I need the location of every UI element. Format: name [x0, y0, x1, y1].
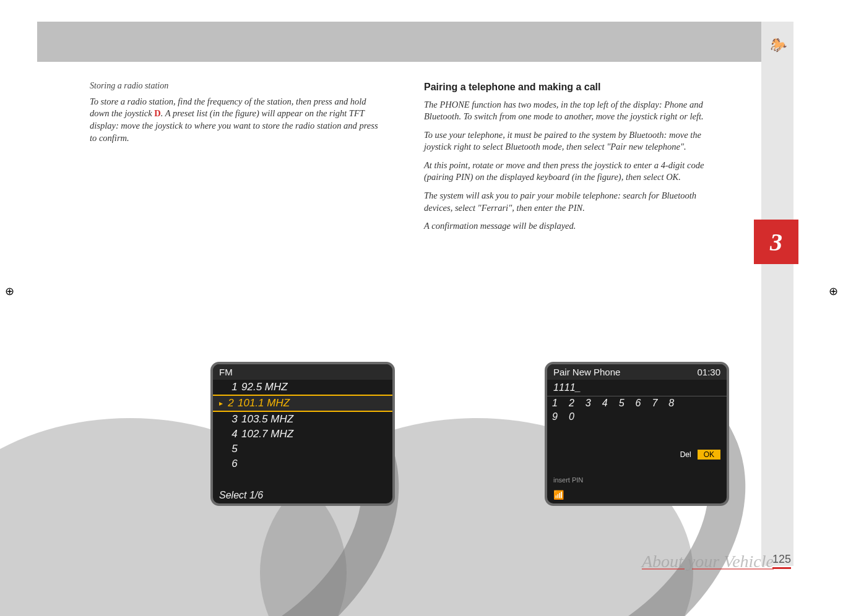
page-number: 125 — [772, 553, 791, 569]
keypad-key[interactable]: 7 — [652, 398, 657, 409]
crop-mark-icon: ⊕ — [829, 284, 838, 298]
preset-row[interactable]: 1 92.5 MHZ — [213, 380, 392, 395]
right-margin-strip — [761, 22, 793, 566]
insert-pin-hint: insert PIN — [553, 476, 583, 484]
keypad-row-1: 12345678 — [547, 396, 727, 410]
keypad-key[interactable]: 2 — [569, 398, 574, 409]
keypad-key[interactable]: 9 — [552, 411, 558, 422]
footer-watermark: About your Vehicle — [642, 552, 774, 571]
header-bar — [37, 22, 761, 62]
ferrari-logo-icon: 🐎 — [769, 37, 786, 53]
radio-preset-display: FM 1 92.5 MHZ2 101.1 MHZ3 103.5 MHZ4 102… — [210, 362, 395, 506]
text: FM — [219, 367, 233, 377]
preset-list: 1 92.5 MHZ2 101.1 MHZ3 103.5 MHZ4 102.7 … — [213, 380, 392, 471]
preset-freq: 103.5 MHZ — [241, 413, 293, 426]
preset-row[interactable]: 6 — [213, 456, 392, 471]
preset-num: 1 — [228, 381, 241, 393]
preset-freq: 92.5 MHZ — [241, 381, 288, 393]
preset-row[interactable]: 3 103.5 MHZ — [213, 412, 392, 427]
right-p4: The system will ask you to pair your mob… — [424, 190, 721, 214]
preset-num: 5 — [228, 443, 241, 455]
pair-phone-title-bar: Pair New Phone 01:30 — [547, 364, 727, 380]
right-heading: Pairing a telephone and making a call — [424, 80, 721, 94]
preset-num: 6 — [228, 458, 241, 470]
radio-band-title: FM — [213, 364, 392, 380]
keypad-key[interactable]: 5 — [619, 398, 625, 409]
preset-num: 3 — [228, 413, 241, 426]
del-button[interactable]: Del — [680, 450, 691, 459]
keypad-key[interactable]: 8 — [668, 398, 674, 409]
preset-row[interactable]: 5 — [213, 442, 392, 456]
keypad-key[interactable]: 0 — [569, 411, 574, 422]
left-column: Storing a radio station To store a radio… — [90, 80, 387, 239]
keypad-row-2: 90 — [547, 410, 727, 424]
content-columns: Storing a radio station To store a radio… — [90, 80, 721, 239]
right-p5: A confirmation message will be displayed… — [424, 220, 721, 233]
left-heading: Storing a radio station — [90, 80, 387, 92]
preset-freq: 102.7 MHZ — [241, 428, 293, 440]
right-p1: The PHONE function has two modes, in the… — [424, 99, 721, 123]
keypad-key[interactable]: 1 — [552, 398, 558, 409]
section-number-badge: 3 — [754, 220, 798, 264]
pair-phone-display: Pair New Phone 01:30 1111_ 12345678 90 D… — [545, 362, 729, 506]
clock: 01:30 — [697, 367, 720, 377]
ok-button[interactable]: OK — [698, 450, 720, 460]
left-paragraph: To store a radio station, find the frequ… — [90, 96, 387, 144]
keypad-key[interactable]: 3 — [586, 398, 591, 409]
keypad-key[interactable]: 6 — [636, 398, 641, 409]
keypad-key[interactable]: 4 — [602, 398, 608, 409]
text: About your Vehicle — [642, 552, 774, 571]
signal-icon: 📶 — [553, 490, 564, 500]
crop-mark-icon: ⊕ — [5, 284, 16, 296]
preset-footer: Select 1/6 — [219, 490, 263, 501]
del-ok-row: Del OK — [680, 450, 720, 460]
pair-phone-title: Pair New Phone — [553, 367, 620, 377]
right-p3: At this point, rotate or move and then p… — [424, 160, 721, 184]
joystick-d-label: D — [154, 108, 160, 118]
pin-display: 1111_ — [547, 380, 727, 396]
preset-num: 2 — [224, 397, 238, 409]
preset-freq: 101.1 MHZ — [238, 397, 290, 409]
preset-row[interactable]: 4 102.7 MHZ — [213, 427, 392, 442]
preset-num: 4 — [228, 428, 241, 440]
right-column: Pairing a telephone and making a call Th… — [424, 80, 721, 239]
right-p2: To use your telephone, it must be paired… — [424, 129, 721, 153]
preset-row[interactable]: 2 101.1 MHZ — [213, 395, 392, 412]
